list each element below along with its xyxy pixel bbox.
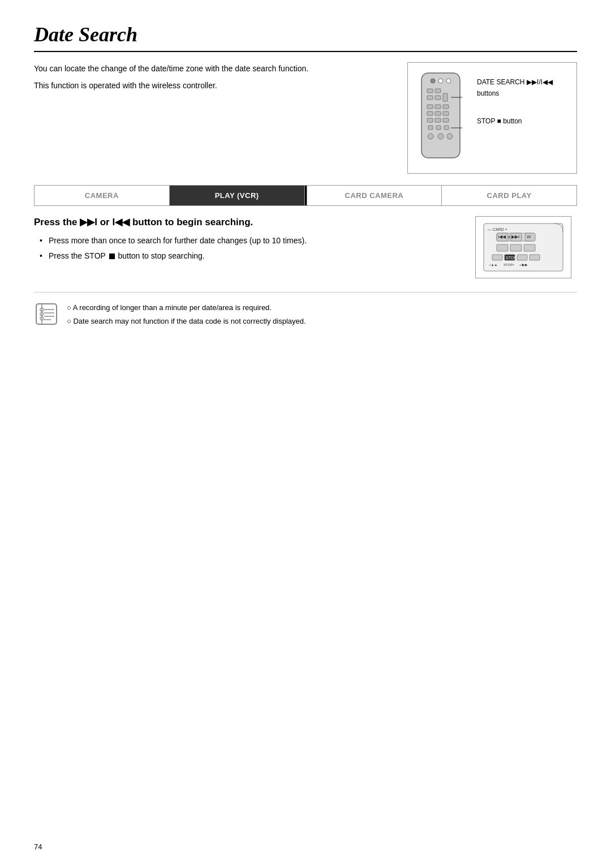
svg-text:+/▶▶: +/▶▶ (519, 263, 528, 267)
svg-rect-12 (427, 111, 433, 115)
svg-rect-5 (435, 89, 441, 93)
svg-point-1 (431, 79, 435, 83)
svg-rect-36 (497, 244, 508, 251)
note-2: ○ Date search may not function if the da… (67, 315, 306, 328)
svg-rect-20 (444, 126, 449, 130)
svg-rect-7 (435, 96, 441, 100)
top-section: You can locate the change of the date/ti… (34, 62, 577, 174)
note-1: ○ A recording of longer than a minute pe… (67, 302, 306, 314)
svg-point-22 (438, 134, 444, 139)
svg-rect-14 (443, 111, 449, 115)
section-heading: Press the ▶▶I or I◀◀ button to begin sea… (34, 216, 458, 228)
note-text: ○ A recording of longer than a minute pe… (67, 302, 306, 329)
desc-para2: This function is operated with the wirel… (34, 79, 390, 92)
small-remote-diagram: — CARD + DATE SEARCH I◀◀ ▶▶I W (475, 216, 571, 278)
svg-rect-17 (443, 118, 449, 122)
stop-icon (109, 253, 115, 259)
page-number: 74 (34, 843, 42, 851)
svg-rect-42 (517, 255, 527, 260)
svg-rect-13 (435, 111, 441, 115)
svg-text:▶▶I: ▶▶I (511, 234, 519, 239)
tab-card-camera[interactable]: CARD CAMERA (307, 186, 442, 205)
description-block: You can locate the change of the date/ti… (34, 62, 390, 174)
bullet-item-2: Press the STOP button to stop searching. (40, 250, 458, 262)
svg-rect-4 (427, 89, 433, 93)
main-content: Press the ▶▶I or I◀◀ button to begin sea… (34, 216, 577, 278)
svg-rect-10 (435, 105, 441, 109)
content-left: Press the ▶▶I or I◀◀ button to begin sea… (34, 216, 458, 278)
svg-rect-38 (524, 244, 535, 251)
svg-rect-16 (435, 118, 441, 122)
tab-play-vcr[interactable]: PLAY (VCR) (170, 186, 305, 205)
remote-svg (417, 72, 468, 164)
svg-rect-39 (492, 255, 502, 260)
page-title: Date Search (34, 23, 577, 52)
svg-rect-19 (436, 126, 441, 130)
bullet-item-1: Press more than once to search for furth… (40, 235, 458, 247)
svg-rect-8 (443, 93, 448, 101)
svg-rect-47 (36, 304, 57, 324)
svg-rect-15 (427, 118, 433, 122)
desc-para1: You can locate the change of the date/ti… (34, 62, 390, 75)
svg-rect-6 (427, 96, 433, 100)
bullet-list: Press more than once to search for furth… (40, 235, 458, 262)
svg-point-2 (438, 79, 443, 83)
svg-point-3 (446, 79, 451, 83)
svg-point-23 (447, 134, 453, 139)
svg-rect-18 (428, 126, 433, 130)
svg-text:-/▲▲: -/▲▲ (489, 263, 498, 267)
svg-text:I◀◀: I◀◀ (498, 234, 506, 239)
remote-labels: DATE SEARCH ▶▶I/I◀◀ buttons STOP ■ butto… (477, 72, 567, 132)
tab-bar: CAMERA PLAY (VCR) CARD CAMERA CARD PLAY (34, 185, 577, 206)
remote-diagram-main: DATE SEARCH ▶▶I/I◀◀ buttons STOP ■ butto… (407, 62, 577, 174)
svg-rect-11 (443, 105, 449, 109)
tab-camera[interactable]: CAMERA (35, 186, 170, 205)
content-right: — CARD + DATE SEARCH I◀◀ ▶▶I W (475, 216, 577, 278)
note-section: ○ A recording of longer than a minute pe… (34, 292, 577, 329)
date-search-label: DATE SEARCH ▶▶I/I◀◀ buttons (477, 76, 567, 100)
svg-rect-43 (530, 255, 540, 260)
svg-text:W: W (527, 234, 531, 239)
note-icon (34, 302, 59, 326)
svg-rect-37 (510, 244, 522, 251)
svg-text:STOP: STOP (506, 256, 517, 260)
svg-point-21 (428, 134, 433, 139)
tab-card-play[interactable]: CARD PLAY (442, 186, 576, 205)
stop-label: STOP ■ button (477, 115, 567, 127)
svg-rect-9 (427, 105, 433, 109)
svg-text:— CARD +: — CARD + (488, 227, 507, 231)
svg-text:STOP▪: STOP▪ (504, 263, 514, 267)
